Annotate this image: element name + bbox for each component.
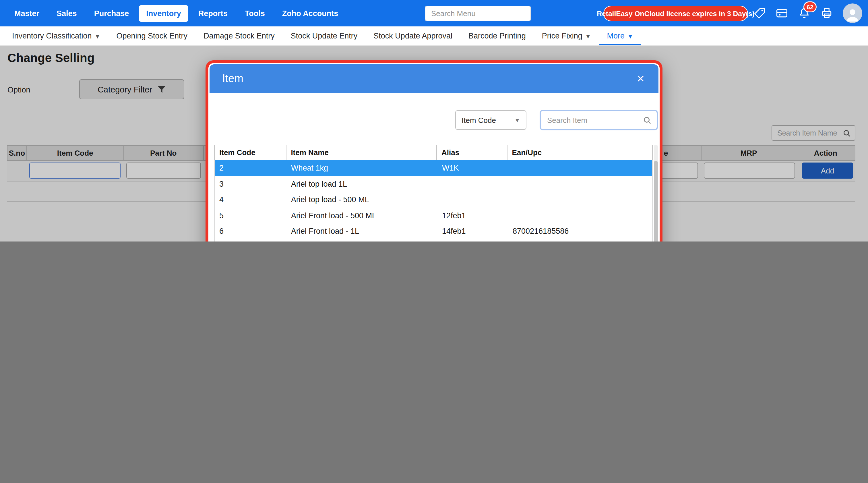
subnav-item[interactable]: More ▼ [599,26,641,46]
item-code-cell: 6 [215,227,286,236]
item-alias-cell: 14feb1 [437,227,508,236]
scrollbar-track[interactable] [654,145,658,241]
top-nav-item[interactable]: Inventory [138,5,189,22]
item-alias-cell: W1K [437,164,508,173]
subnav-item[interactable]: Inventory Classification ▼ [4,26,108,46]
tutorial-highlight-ring: Item ✕ Item Code ▼ Item Code Item Name A… [206,60,662,241]
subnav-item-label: Stock Update Entry [291,32,358,40]
item-name-cell: Ariel Front load - 1L [286,227,437,236]
top-nav-item[interactable]: Purchase [87,5,136,22]
menu-search-input[interactable] [425,6,531,21]
top-nav-item[interactable]: Tools [237,5,272,22]
price-tag-icon[interactable] [753,7,766,20]
item-search-box [539,110,658,130]
printer-icon[interactable] [820,7,833,20]
subnav-item[interactable]: Price Fixing ▼ [534,26,599,46]
item-ean-cell: 8700216185586 [508,227,652,236]
item-row[interactable]: 2 Wheat 1kg W1K [215,160,652,176]
item-row[interactable]: 5 Ariel Front load - 500 ML 12feb1 [215,208,652,223]
item-search-input[interactable] [546,115,643,125]
top-nav-item[interactable]: Reports [191,5,235,22]
item-row[interactable]: 6 Ariel Front load - 1L 14feb1 870021618… [215,223,652,239]
item-code-cell: 5 [215,211,286,220]
column-header: Ean/Upc [507,145,652,160]
subnav-item-label: More [607,32,625,40]
top-navigation-bar: Master Sales Purchase Inventory Reports … [0,0,868,26]
notification-count-badge: 62 [804,2,816,11]
column-header: Item Code [215,145,286,160]
topbar-icons: 62 [753,0,862,26]
notifications: 62 [798,7,811,20]
user-avatar[interactable] [843,3,862,23]
item-name-cell: Ariel top load 1L [286,180,437,188]
modal-title: Item [222,72,243,85]
top-nav-item[interactable]: Zoho Accounts [275,5,346,22]
chevron-down-icon: ▼ [585,33,591,39]
subnav-item[interactable]: Stock Update Approval ▼ [365,26,460,46]
subnav-item-label: Stock Update Approval [373,32,453,40]
item-code-cell: 3 [215,180,286,188]
license-alert-badge[interactable]: RetailEasy OnCloud license expires in 3 … [603,6,748,21]
column-header: Item Name [286,145,437,160]
item-row[interactable]: 7 kit kat 129joe21 [215,239,652,241]
main-nav: Master Sales Purchase Inventory Reports … [7,5,346,22]
top-nav-item[interactable]: Sales [49,5,84,22]
item-code-cell: 4 [215,195,286,204]
subnav-item-label: Damage Stock Entry [204,32,275,40]
search-field-select[interactable]: Item Code ▼ [455,110,526,130]
subnav-item-label: Price Fixing [542,32,582,40]
scrollbar-thumb[interactable] [654,161,658,241]
subnav-item-label: Opening Stock Entry [116,32,187,40]
item-name-cell: Ariel Front load - 500 ML [286,211,437,220]
item-alias-cell: 12feb1 [437,211,508,220]
item-table-header: Item Code Item Name Alias Ean/Upc [214,145,653,160]
chevron-down-icon: ▼ [95,33,100,39]
item-name-cell: Wheat 1kg [286,164,437,173]
item-row[interactable]: 4 Ariel top load - 500 ML [215,192,652,208]
app: Master Sales Purchase Inventory Reports … [0,0,868,241]
menu-search [425,6,531,21]
item-code-cell: 2 [215,164,286,173]
subnav-item[interactable]: Damage Stock Entry ▼ [195,26,283,46]
close-icon[interactable]: ✕ [637,73,645,85]
item-table-body: 2 Wheat 1kg W1K 3 Ariel top load 1L 4 [214,160,653,241]
subnav-item[interactable]: Opening Stock Entry ▼ [108,26,195,46]
chevron-down-icon: ▼ [627,33,633,39]
item-picker-modal: Item ✕ Item Code ▼ Item Code Item Name A… [210,64,658,241]
item-row[interactable]: 3 Ariel top load 1L [215,176,652,192]
subnav-item[interactable]: Stock Update Entry ▼ [283,26,366,46]
column-header: Alias [437,145,507,160]
inventory-subnav: Inventory Classification ▼ Opening Stock… [0,26,868,46]
search-field-select-value: Item Code [462,116,496,124]
chevron-down-icon: ▼ [515,117,520,123]
subnav-item[interactable]: Barcode Printing ▼ [460,26,534,46]
search-icon [643,116,652,124]
gift-card-icon[interactable] [776,7,788,20]
item-name-cell: Ariel top load - 500 ML [286,195,437,204]
subnav-item-label: Barcode Printing [468,32,526,40]
modal-header: Item ✕ [210,64,658,93]
top-nav-item[interactable]: Master [7,5,47,22]
subnav-item-label: Inventory Classification [12,32,92,40]
